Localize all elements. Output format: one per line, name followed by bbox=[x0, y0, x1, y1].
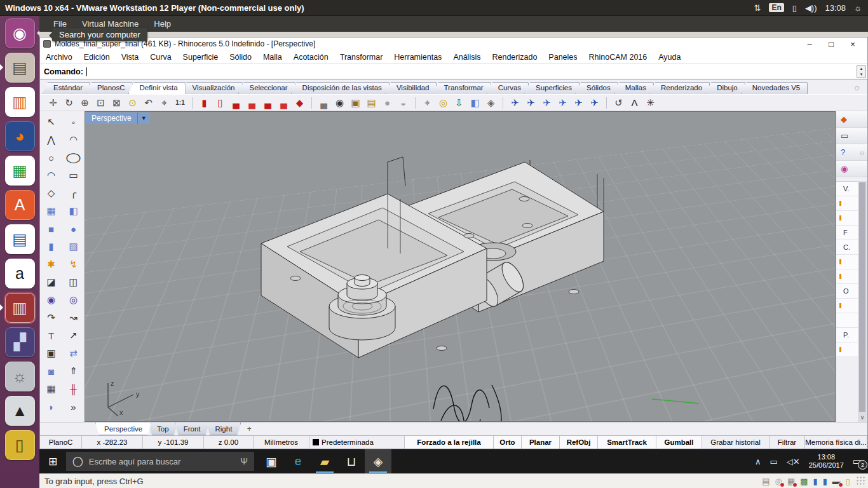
launcher-item[interactable]: ◕ bbox=[5, 121, 35, 151]
toolbar-icon[interactable]: ▯ bbox=[212, 95, 228, 110]
toolbar-icon[interactable]: ◎ bbox=[435, 95, 451, 110]
toolbar-icon[interactable]: ▮ bbox=[196, 95, 212, 110]
toolbar-tab[interactable]: Superficies bbox=[524, 82, 580, 94]
toolbar-icon[interactable]: ✈ bbox=[539, 95, 555, 110]
vm-device-icon[interactable]: ▯ bbox=[846, 477, 850, 485]
toolbar-icon[interactable]: ▄ bbox=[228, 95, 244, 110]
start-button[interactable]: ⊞ bbox=[39, 449, 66, 473]
toolbar-icon[interactable]: ◒ bbox=[395, 95, 411, 110]
add-viewport-button[interactable]: + bbox=[241, 423, 257, 435]
status-cell[interactable]: RefObj bbox=[560, 436, 598, 449]
vm-device-icon[interactable]: ◎ bbox=[775, 477, 782, 485]
toolbar-tab[interactable]: Transformar bbox=[432, 82, 491, 94]
vm-device-icon[interactable]: ▮ bbox=[813, 477, 818, 485]
rhino-menu-item[interactable]: Herramientas bbox=[388, 53, 447, 62]
status-cell[interactable]: x -282.23 bbox=[82, 436, 143, 449]
palette-tool-icon[interactable]: ◇ bbox=[40, 184, 62, 202]
toolbar-icon[interactable]: Λ bbox=[627, 95, 642, 110]
toolbar-icon[interactable]: ◉ bbox=[332, 95, 348, 110]
status-cell[interactable]: Planar bbox=[522, 436, 560, 449]
microphone-icon[interactable]: Ψ bbox=[240, 456, 248, 466]
palette-tool-icon[interactable]: ◙ bbox=[40, 362, 62, 380]
panel-row[interactable]: C. bbox=[836, 240, 858, 255]
rhino-menu-item[interactable]: Edición bbox=[78, 53, 116, 62]
toolbar-tab[interactable]: Estándar bbox=[42, 82, 90, 94]
toolbar-icon[interactable]: ▄ bbox=[260, 95, 276, 110]
palette-tool-icon[interactable]: ↖ bbox=[40, 113, 62, 131]
launcher-item[interactable]: A bbox=[5, 190, 35, 220]
toolbar-tab[interactable]: Dibujo bbox=[705, 82, 745, 94]
palette-tool-icon[interactable]: ▨ bbox=[62, 238, 85, 255]
status-cell[interactable]: PlanoC bbox=[40, 436, 82, 449]
vm-device-icon[interactable]: ▩ bbox=[800, 477, 808, 485]
toolbar-icon[interactable] bbox=[602, 97, 607, 109]
palette-tool-icon[interactable]: ▦ bbox=[40, 380, 62, 398]
panel-row[interactable] bbox=[836, 255, 858, 269]
palette-tool-icon[interactable]: ↷ bbox=[40, 309, 62, 327]
session-gear-icon[interactable]: ☼ bbox=[854, 3, 862, 13]
panel-row[interactable]: O bbox=[836, 284, 858, 299]
status-cell[interactable]: Milímetros bbox=[254, 436, 309, 449]
palette-tool-icon[interactable]: ╭ bbox=[62, 184, 85, 202]
panel-row[interactable] bbox=[836, 196, 858, 211]
toolbar-icon[interactable]: ▄ bbox=[316, 95, 332, 110]
toolbar-icon[interactable] bbox=[411, 97, 416, 109]
palette-tool-icon[interactable]: ◦ bbox=[62, 113, 85, 131]
viewport-tab[interactable]: Right bbox=[206, 423, 241, 435]
viewport-dropdown-icon[interactable]: ▼ bbox=[137, 112, 150, 124]
palette-tool-icon[interactable]: ■ bbox=[40, 220, 62, 238]
palette-tool-icon[interactable]: ⇄ bbox=[62, 344, 85, 362]
rhino-menu-item[interactable]: Transformar bbox=[334, 53, 389, 62]
panel-scrollbar-thumb[interactable] bbox=[859, 182, 865, 412]
toolbar-icon[interactable]: ✈ bbox=[587, 95, 602, 110]
vm-device-icon[interactable]: ▮ bbox=[823, 477, 827, 485]
toolbar-icon[interactable]: ⊕ bbox=[77, 95, 93, 110]
palette-tool-icon[interactable]: ◪ bbox=[40, 273, 62, 291]
rhino-menu-item[interactable]: Acotación bbox=[288, 53, 334, 62]
status-cell[interactable]: Filtrar bbox=[770, 436, 805, 449]
mold-model[interactable] bbox=[85, 112, 836, 422]
toolbar-icon[interactable]: ● bbox=[379, 95, 395, 110]
vmware-menu-item[interactable]: Help bbox=[147, 19, 177, 29]
panel-row[interactable]: P. bbox=[836, 328, 858, 342]
panel-row[interactable]: V. bbox=[836, 182, 858, 196]
rhino-menu-item[interactable]: Paneles bbox=[543, 53, 583, 62]
restore-button[interactable]: □ bbox=[820, 39, 842, 49]
taskbar-app-button[interactable]: ▰ bbox=[311, 449, 338, 473]
rhino-menu-item[interactable]: Malla bbox=[257, 53, 288, 62]
toolbar-icon[interactable] bbox=[308, 97, 312, 109]
toolbar-icon[interactable]: ✈ bbox=[571, 95, 587, 110]
command-bar[interactable]: Comando: ▴ ▾ bbox=[40, 64, 867, 79]
launcher-item[interactable]: a bbox=[5, 259, 35, 288]
launcher-item[interactable]: ☼ bbox=[5, 362, 35, 391]
palette-tool-icon[interactable]: ◧ bbox=[62, 202, 85, 220]
toolbar-icon[interactable]: ✈ bbox=[523, 95, 539, 110]
taskbar-search[interactable]: ◯ Escribe aquí para buscar Ψ bbox=[66, 452, 254, 471]
toolbar-icon[interactable]: ⌖ bbox=[419, 95, 435, 110]
panel-row[interactable] bbox=[836, 269, 858, 284]
launcher-item[interactable]: ▤ bbox=[5, 224, 35, 254]
panel-tab[interactable]: ◉ bbox=[836, 161, 867, 177]
panel-scroll-down-icon[interactable]: ∨ bbox=[858, 413, 867, 422]
taskbar-clock[interactable]: 13:08 25/06/2017 bbox=[809, 453, 844, 470]
rhino-title-bar[interactable]: Moldes_final_super_final (461 KB) - Rhin… bbox=[40, 37, 867, 50]
vm-device-icon[interactable]: ▦ bbox=[787, 477, 795, 485]
toolbar-icon[interactable]: ✈ bbox=[507, 95, 523, 110]
vmware-menu-item[interactable]: File bbox=[47, 19, 73, 29]
host-clock[interactable]: 13:08 bbox=[825, 3, 846, 13]
status-cell[interactable]: Predeterminada bbox=[309, 436, 405, 449]
toolbar-icon[interactable]: ⊠ bbox=[109, 95, 125, 110]
palette-tool-icon[interactable]: ◫ bbox=[62, 273, 85, 291]
toolbar-icon[interactable]: ◈ bbox=[483, 95, 499, 110]
palette-tool-icon[interactable]: ◯ bbox=[62, 149, 85, 166]
toolbar-tab[interactable]: Visualización bbox=[181, 82, 243, 94]
toolbar-icon[interactable]: ✛ bbox=[45, 95, 61, 110]
status-cell[interactable]: Forzado a la rejilla bbox=[405, 436, 494, 449]
palette-tool-icon[interactable]: ▭ bbox=[62, 166, 85, 184]
palette-tool-icon[interactable]: ▮ bbox=[40, 238, 62, 255]
rhino-menu-item[interactable]: Renderizado bbox=[486, 53, 543, 62]
vm-device-icon[interactable]: ▤ bbox=[762, 477, 770, 485]
toolbar-icon[interactable]: ⊡ bbox=[93, 95, 109, 110]
toolbar-icon[interactable]: ↺ bbox=[611, 95, 627, 110]
status-cell[interactable]: Memoria física di... bbox=[805, 436, 867, 449]
